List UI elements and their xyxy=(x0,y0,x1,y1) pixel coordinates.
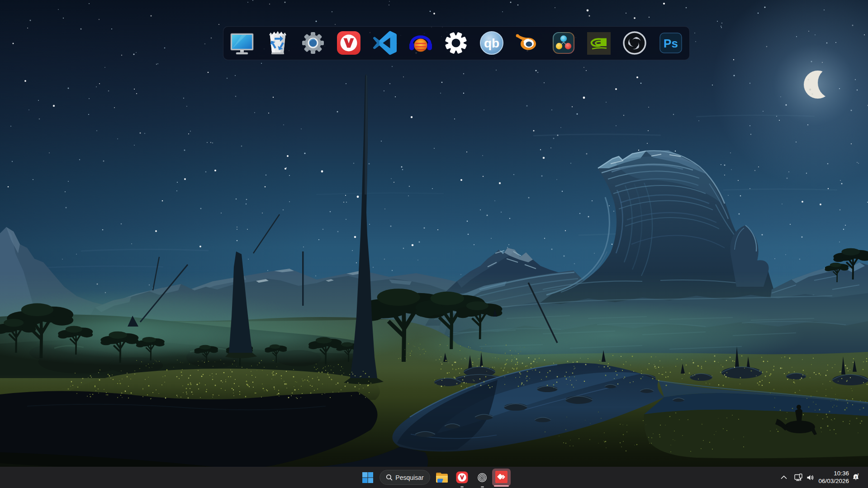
svg-text:z: z xyxy=(857,474,859,476)
svg-text:Ps: Ps xyxy=(664,37,678,50)
svg-text:z: z xyxy=(855,475,857,479)
svg-text:qb: qb xyxy=(484,36,499,50)
